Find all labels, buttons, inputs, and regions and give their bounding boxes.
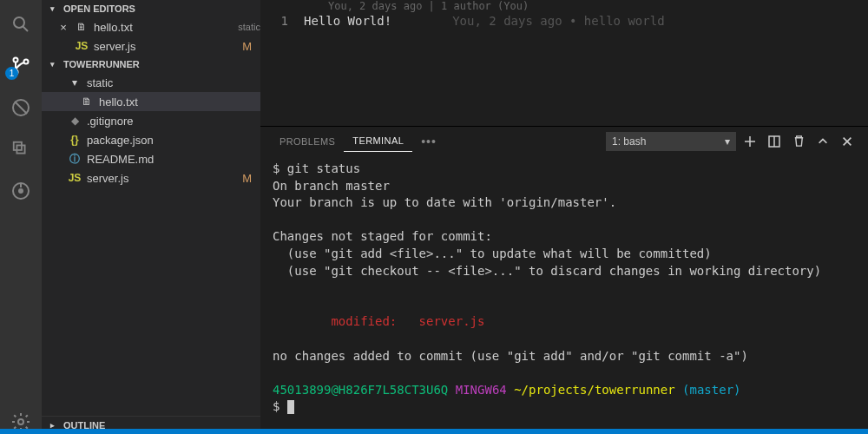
file-label: hello.txt — [99, 95, 260, 108]
file-label: server.js — [94, 40, 242, 53]
close-panel-icon[interactable] — [837, 131, 858, 152]
tree-item[interactable]: ⓘREADME.md — [42, 149, 260, 168]
terminal-output[interactable]: $ git statusOn branch masterYour branch … — [260, 155, 868, 434]
file-label: package.json — [87, 134, 260, 147]
file-label: .gitignore — [87, 115, 260, 128]
scm-badge: 1 — [5, 67, 18, 80]
open-editor-item[interactable]: JSserver.jsM — [42, 36, 260, 56]
new-terminal-icon[interactable] — [740, 131, 760, 152]
terminal-selector-label: 1: bash — [612, 135, 646, 148]
code-content[interactable]: Hello World! — [304, 14, 391, 28]
open-editors-header[interactable]: ▾OPEN EDITORS — [42, 0, 260, 17]
line-number: 1 — [260, 14, 304, 28]
open-editors-list: ×🗎hello.txtstaticJSserver.jsM — [42, 17, 260, 56]
tree-item[interactable]: ◆.gitignore — [42, 111, 260, 130]
tree-item[interactable]: {}package.json — [42, 130, 260, 149]
source-control-icon[interactable]: 1 — [9, 54, 33, 78]
tree-item[interactable]: ▾static — [42, 73, 260, 92]
project-title: TOWERRUNNER — [63, 59, 140, 69]
gitlens-icon[interactable] — [9, 179, 33, 203]
modified-badge: M — [242, 40, 252, 53]
tree-item[interactable]: 🗎hello.txt — [42, 92, 260, 111]
search-icon[interactable] — [9, 12, 33, 36]
file-label: hello.txt — [94, 21, 233, 34]
open-editors-title: OPEN EDITORS — [63, 3, 135, 14]
more-tabs-icon[interactable]: ••• — [412, 129, 445, 154]
svg-point-2 — [14, 58, 18, 62]
tab-problems[interactable]: PROBLEMS — [271, 131, 344, 152]
bottom-panel: PROBLEMS TERMINAL ••• 1: bash▾ $ git sta… — [260, 126, 868, 434]
activity-bar: 1 — [0, 0, 42, 434]
terminal-selector[interactable]: 1: bash▾ — [606, 132, 736, 151]
svg-point-10 — [19, 189, 23, 193]
file-tag: static — [238, 22, 260, 32]
project-header[interactable]: ▾TOWERRUNNER — [42, 56, 260, 73]
panel-tabs: PROBLEMS TERMINAL ••• 1: bash▾ — [260, 127, 868, 155]
main-area: You, 2 days ago | 1 author (You) 1 Hello… — [260, 0, 868, 434]
terminal-cursor — [287, 400, 294, 414]
file-tree: ▾static🗎hello.txt◆.gitignore{}package.js… — [42, 73, 260, 187]
maximize-panel-icon[interactable] — [812, 131, 833, 152]
file-label: server.js — [87, 172, 242, 185]
svg-point-11 — [18, 419, 23, 424]
svg-point-0 — [14, 17, 24, 28]
kill-terminal-icon[interactable] — [788, 131, 809, 152]
inline-blame: You, 2 days ago • hello world — [452, 14, 664, 28]
debug-icon[interactable] — [9, 95, 33, 120]
close-icon[interactable]: × — [57, 21, 69, 34]
svg-point-4 — [24, 60, 29, 64]
chevron-down-icon: ▾ — [725, 135, 730, 148]
extensions-icon[interactable] — [9, 137, 33, 161]
status-bar[interactable] — [0, 429, 868, 434]
svg-line-6 — [15, 102, 27, 114]
split-terminal-icon[interactable] — [764, 131, 785, 152]
open-editor-item[interactable]: ×🗎hello.txtstatic — [42, 17, 260, 36]
codelens-blame[interactable]: You, 2 days ago | 1 author (You) — [260, 0, 868, 12]
modified-badge: M — [242, 172, 252, 185]
svg-rect-7 — [14, 142, 22, 150]
file-label: static — [87, 76, 260, 89]
tab-terminal[interactable]: TERMINAL — [344, 130, 412, 152]
editor[interactable]: You, 2 days ago | 1 author (You) 1 Hello… — [260, 0, 868, 30]
explorer-sidebar: ▾OPEN EDITORS ×🗎hello.txtstaticJSserver.… — [42, 0, 260, 434]
svg-line-1 — [23, 27, 29, 32]
tree-item[interactable]: JSserver.jsM — [42, 168, 260, 187]
file-label: README.md — [87, 153, 260, 166]
